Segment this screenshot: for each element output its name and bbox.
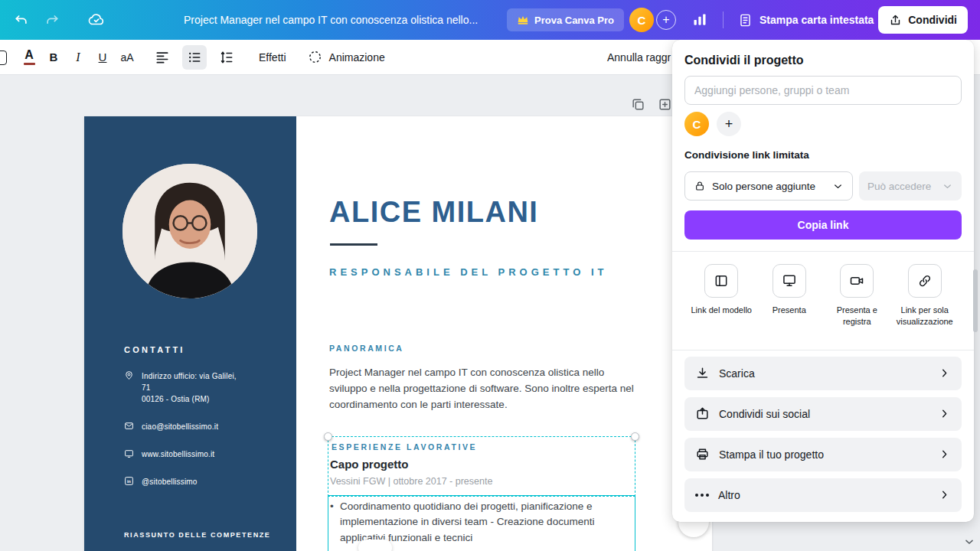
share-panel: Condividi il progetto C + Condivisione l… bbox=[672, 40, 974, 522]
copy-link-button[interactable]: Copia link bbox=[684, 210, 962, 240]
underline-button[interactable]: U bbox=[90, 45, 115, 70]
italic-button[interactable]: I bbox=[66, 45, 90, 70]
document-page[interactable]: CONTATTI Indirizzo ufficio: via Galilei,… bbox=[84, 116, 712, 551]
contact-address[interactable]: Indirizzo ufficio: via Galilei, 71 00126… bbox=[124, 370, 277, 405]
add-people-input[interactable] bbox=[684, 76, 962, 105]
contact-linkedin[interactable]: in @sitobellissimo bbox=[124, 476, 198, 487]
undo-icon bbox=[14, 12, 29, 28]
printer-icon bbox=[695, 447, 710, 461]
share-button[interactable]: Condividi bbox=[878, 6, 968, 34]
template-link-button[interactable] bbox=[704, 264, 738, 298]
chevron-down-icon bbox=[832, 181, 844, 192]
bar-chart-icon bbox=[692, 12, 707, 28]
menu-item-label: Condividi sui social bbox=[719, 408, 810, 420]
spacing-button[interactable] bbox=[214, 45, 239, 70]
color-swatch bbox=[24, 63, 35, 66]
add-member-button[interactable]: + bbox=[656, 10, 676, 30]
undo-button[interactable] bbox=[9, 8, 34, 32]
list-button[interactable] bbox=[182, 45, 207, 70]
quick-action-present: Presenta bbox=[756, 264, 824, 328]
panel-divider bbox=[672, 251, 974, 252]
resume-name[interactable]: ALICE MILANI bbox=[329, 196, 538, 229]
contacts-heading[interactable]: CONTATTI bbox=[124, 345, 185, 354]
menu-item-social[interactable]: Condividi sui social bbox=[684, 397, 962, 431]
user-avatar[interactable]: C bbox=[629, 8, 654, 32]
print-button-label: Stampa carta intestata bbox=[760, 14, 874, 26]
panel-add-person-button[interactable]: + bbox=[717, 112, 741, 136]
chevron-right-icon bbox=[938, 367, 951, 380]
group-selection-box[interactable] bbox=[328, 436, 635, 497]
share-menu: Scarica Condividi sui social Stampa il t… bbox=[684, 357, 962, 512]
resume-role[interactable]: RESPONSABILE DEL PROGETTO IT bbox=[329, 266, 607, 278]
print-letterhead-button[interactable]: Stampa carta intestata bbox=[730, 6, 881, 34]
permission-dropdown-value: Può accedere bbox=[867, 181, 931, 192]
permission-dropdown[interactable]: Può accedere bbox=[859, 171, 962, 201]
present-button[interactable] bbox=[773, 264, 806, 298]
profile-photo[interactable] bbox=[122, 164, 257, 298]
menu-item-print[interactable]: Stampa il tuo progetto bbox=[684, 438, 962, 471]
crown-icon bbox=[517, 14, 529, 26]
topbar: Project Manager nel campo IT con conosce… bbox=[0, 0, 980, 40]
animation-button[interactable]: Animazione bbox=[308, 50, 385, 64]
insights-button[interactable] bbox=[688, 8, 712, 32]
overview-paragraph[interactable]: Project Manager nel campo IT con conosce… bbox=[329, 364, 637, 412]
contact-email[interactable]: ciao@sitobellissimo.it bbox=[124, 421, 218, 432]
quick-action-present-record: Presenta e registra bbox=[823, 264, 891, 328]
chevron-right-icon bbox=[938, 407, 951, 420]
link-sharing-label: Condivisione link limitata bbox=[684, 149, 962, 161]
share-square-icon bbox=[695, 406, 710, 421]
add-page-button[interactable] bbox=[655, 95, 674, 113]
lock-icon bbox=[694, 180, 706, 192]
access-dropdown[interactable]: Solo persone aggiunte bbox=[684, 171, 853, 201]
animation-label: Animazione bbox=[329, 51, 385, 64]
alignment-button[interactable] bbox=[150, 45, 175, 70]
redo-button[interactable] bbox=[40, 8, 64, 32]
menu-item-download[interactable]: Scarica bbox=[684, 357, 962, 390]
contact-website[interactable]: www.sitobellissimo.it bbox=[124, 448, 214, 460]
quick-action-label: Link per sola visualizzazione bbox=[891, 305, 959, 328]
effects-button[interactable]: Effetti bbox=[259, 51, 286, 64]
document-icon bbox=[738, 13, 753, 28]
canvas-bottom-pill[interactable] bbox=[358, 540, 392, 551]
monitor-icon bbox=[124, 448, 134, 458]
quick-action-template-link: Link del modello bbox=[688, 264, 756, 328]
resume-sidebar: CONTATTI Indirizzo ufficio: via Galilei,… bbox=[84, 116, 296, 551]
cloud-save-status-button[interactable] bbox=[84, 8, 109, 32]
text-color-button[interactable]: A bbox=[17, 45, 41, 70]
text-color-label: A bbox=[24, 49, 34, 61]
presentation-screen-icon bbox=[782, 273, 797, 289]
linkedin-icon: in bbox=[124, 476, 134, 486]
scroll-down-button[interactable] bbox=[963, 536, 975, 548]
present-and-record-button[interactable] bbox=[840, 264, 874, 298]
bullet-list-icon bbox=[187, 50, 202, 65]
ungroup-button[interactable]: Annulla raggr bbox=[607, 40, 671, 75]
chevron-down-icon bbox=[963, 536, 975, 548]
duplicate-page-button[interactable] bbox=[629, 95, 647, 113]
skills-heading[interactable]: RIASSUNTO DELLE COMPETENZE bbox=[124, 531, 270, 539]
bold-button[interactable]: B bbox=[41, 45, 66, 70]
name-underline-rule bbox=[330, 243, 377, 246]
partial-toolbar-button[interactable] bbox=[0, 51, 7, 65]
align-left-icon bbox=[155, 50, 170, 65]
selection-handle-top-right[interactable] bbox=[631, 432, 639, 441]
text-case-button[interactable]: aA bbox=[115, 45, 139, 70]
topbar-divider bbox=[723, 11, 724, 28]
view-only-link-button[interactable] bbox=[908, 264, 942, 298]
link-settings-row: Solo persone aggiunte Può accedere bbox=[684, 171, 962, 201]
canva-app: Project Manager nel campo IT con conosce… bbox=[0, 0, 980, 551]
panel-divider bbox=[672, 350, 974, 350]
vertical-scrollbar-thumb[interactable] bbox=[973, 269, 978, 332]
animation-circle-icon bbox=[308, 50, 322, 64]
quick-action-label: Presenta bbox=[773, 305, 806, 316]
panel-user-avatar[interactable]: C bbox=[684, 112, 709, 136]
share-panel-title: Condividi il progetto bbox=[684, 40, 962, 67]
more-dots-icon bbox=[695, 494, 709, 497]
canva-pro-button[interactable]: Prova Canva Pro bbox=[507, 8, 624, 31]
menu-item-label: Stampa il tuo progetto bbox=[719, 448, 824, 461]
selection-handle-top-left[interactable] bbox=[324, 432, 332, 441]
share-button-label: Condividi bbox=[908, 14, 957, 26]
overview-heading[interactable]: PANORAMICA bbox=[329, 344, 404, 353]
download-icon bbox=[695, 366, 710, 380]
document-title[interactable]: Project Manager nel campo IT con conosce… bbox=[184, 0, 478, 40]
menu-item-more[interactable]: Altro bbox=[684, 478, 962, 512]
